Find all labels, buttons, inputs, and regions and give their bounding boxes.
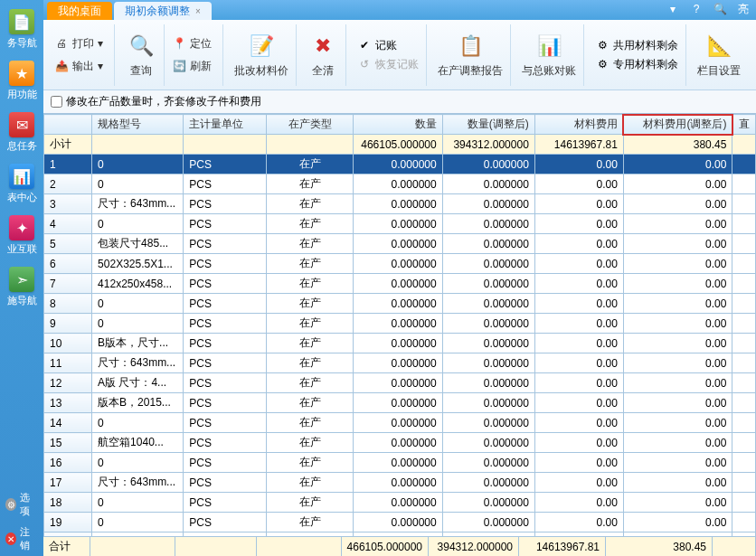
total-compare-button[interactable]: 📊与总账对账 xyxy=(515,24,584,86)
clear-button[interactable]: ✖全清 xyxy=(300,24,346,86)
sidebar-item-2[interactable]: ✉息任务 xyxy=(4,107,40,158)
table-row[interactable]: 12A版 尺寸：4...PCS在产0.0000000.0000000.000.0… xyxy=(44,373,756,393)
sidebar-icon: ★ xyxy=(9,61,34,86)
table-row[interactable]: 13版本B，2015...PCS在产0.0000000.0000000.000.… xyxy=(44,393,756,413)
help-icon[interactable]: ? xyxy=(689,2,704,16)
sidebar-logout[interactable]: ✕注销 xyxy=(0,522,43,556)
modify-qty-label: 修改在产品数量时，齐套修改子件和费用 xyxy=(66,94,261,109)
sidebar-options[interactable]: ⚙选项 xyxy=(0,487,43,522)
sidebar-icon: ➣ xyxy=(9,267,34,292)
shared-icon: ⚙ xyxy=(595,38,610,52)
footer-total: 合计 466105.000000 394312.000000 14613967.… xyxy=(43,536,756,556)
locate-button[interactable]: 📍定位 xyxy=(168,34,215,53)
sidebar-label: 施导航 xyxy=(7,294,37,307)
table-row[interactable]: 5包装尺寸485...PCS在产0.0000000.0000000.000.00 xyxy=(44,234,756,254)
book-icon: ✔ xyxy=(357,38,372,52)
table-row[interactable]: 40PCS在产0.0000000.0000000.000.00 xyxy=(44,214,756,234)
locate-icon: 📍 xyxy=(172,36,186,51)
shared-material-button[interactable]: ⚙共用材料剩余 xyxy=(595,38,678,53)
table-row[interactable]: 80PCS在产0.0000000.0000000.000.00 xyxy=(44,294,756,314)
restore-icon: ↺ xyxy=(357,57,372,71)
table-row[interactable]: 11尺寸：643mm...PCS在产0.0000000.0000000.000.… xyxy=(44,353,756,373)
refresh-icon: 🔄 xyxy=(172,59,186,73)
table-row[interactable]: 10B版本，尺寸...PCS在产0.0000000.0000000.000.00 xyxy=(44,334,756,353)
dropdown-icon[interactable]: ▾ xyxy=(666,2,680,16)
batch-price-button[interactable]: 📝批改材料价 xyxy=(227,24,297,86)
sidebar-icon: 📊 xyxy=(9,164,34,189)
sidebar-icon: 📄 xyxy=(9,9,34,34)
report-adjust-button[interactable]: 📋在产调整报告 xyxy=(430,24,511,86)
col-index[interactable] xyxy=(44,115,92,135)
table-row[interactable]: 6502X325.5X1...PCS在产0.0000000.0000000.00… xyxy=(44,254,756,274)
sidebar-label: 息任务 xyxy=(7,139,37,153)
column-icon: 📐 xyxy=(704,31,734,61)
tab-desktop[interactable]: 我的桌面 xyxy=(47,2,112,20)
col-mat[interactable]: 材料费用 xyxy=(534,115,623,135)
compare-icon: 📊 xyxy=(534,31,564,61)
batch-icon: 📝 xyxy=(246,31,277,61)
table-row[interactable]: 190PCS在产0.0000000.0000000.000.00 xyxy=(44,513,756,532)
print-button[interactable]: 🖨打印 ▾ xyxy=(51,34,107,53)
option-row: 修改在产品数量时，齐套修改子件和费用 xyxy=(43,90,756,113)
table-row[interactable]: 15航空箱1040...PCS在产0.0000000.0000000.000.0… xyxy=(44,433,756,453)
more-icon[interactable]: 亮 xyxy=(736,2,751,16)
refresh-button[interactable]: 🔄刷新 xyxy=(168,57,215,76)
col-qty[interactable]: 数量 xyxy=(354,115,442,135)
sidebar-label: 务导航 xyxy=(7,36,37,50)
data-grid[interactable]: 规格型号 主计量单位 在产类型 数量 数量(调整后) 材料费用 材料费用(调整后… xyxy=(43,113,756,536)
search-icon[interactable]: 🔍 xyxy=(713,2,727,16)
header-row: 规格型号 主计量单位 在产类型 数量 数量(调整后) 材料费用 材料费用(调整后… xyxy=(44,115,756,135)
restore-button[interactable]: ↺恢复记账 xyxy=(357,57,419,72)
col-type[interactable]: 在产类型 xyxy=(267,115,354,135)
sidebar-icon: ✉ xyxy=(9,112,34,137)
print-icon: 🖨 xyxy=(54,36,69,51)
table-row[interactable]: 140PCS在产0.0000000.0000000.000.00 xyxy=(44,413,756,433)
tab-active-label: 期初余额调整 xyxy=(125,4,190,19)
book-button[interactable]: ✔记账 xyxy=(357,38,419,53)
table-row[interactable]: 17尺寸：643mm...PCS在产0.0000000.0000000.000.… xyxy=(44,473,756,493)
titlebar: 我的桌面 期初余额调整 × ▾ ? 🔍 亮 xyxy=(43,0,756,20)
dedicated-material-button[interactable]: ⚙专用材料剩余 xyxy=(595,57,678,72)
sidebar-item-3[interactable]: 📊表中心 xyxy=(4,158,40,210)
col-unit[interactable]: 主计量单位 xyxy=(184,115,267,135)
table-row[interactable]: 180PCS在产0.0000000.0000000.000.00 xyxy=(44,493,756,513)
table-row[interactable]: 160PCS在产0.0000000.0000000.000.00 xyxy=(44,453,756,473)
tab-balance-adjust[interactable]: 期初余额调整 × xyxy=(114,2,212,20)
table-row[interactable]: 3尺寸：643mm...PCS在产0.0000000.0000000.000.0… xyxy=(44,194,756,214)
table-row[interactable]: 10PCS在产0.0000000.0000000.000.00 xyxy=(44,155,756,174)
dedicated-icon: ⚙ xyxy=(595,57,610,71)
export-icon: 📤 xyxy=(54,59,69,73)
sidebar-item-5[interactable]: ➣施导航 xyxy=(4,261,40,313)
sidebar-label: 用功能 xyxy=(7,88,37,101)
query-icon: 🔍 xyxy=(126,31,156,61)
query-button[interactable]: 🔍查询 xyxy=(118,24,165,86)
table-row[interactable]: 90PCS在产0.0000000.0000000.000.00 xyxy=(44,314,756,334)
col-mat-adj[interactable]: 材料费用(调整后) xyxy=(623,115,732,135)
report-icon: 📋 xyxy=(455,31,486,61)
ribbon: 🖨打印 ▾ 📤输出 ▾ 🔍查询 📍定位 🔄刷新 📝批改材料价 ✖全清 ✔记账 ↺… xyxy=(43,20,756,90)
col-qty-adj[interactable]: 数量(调整后) xyxy=(442,115,534,135)
export-button[interactable]: 📤输出 ▾ xyxy=(51,57,107,76)
sidebar-item-1[interactable]: ★用功能 xyxy=(4,55,40,107)
sidebar-item-0[interactable]: 📄务导航 xyxy=(4,4,40,55)
sidebar-item-4[interactable]: ✦业互联 xyxy=(4,210,40,261)
tab-close-icon[interactable]: × xyxy=(195,6,201,16)
clear-icon: ✖ xyxy=(307,31,338,61)
sidebar-label: 业互联 xyxy=(7,242,37,256)
subtotal-row: 小计 466105.000000 394312.000000 14613967.… xyxy=(44,135,756,155)
sidebar-label: 表中心 xyxy=(7,191,37,204)
table-row[interactable]: 20PCS在产0.0000000.0000000.000.00 xyxy=(44,174,756,194)
sidebar-icon: ✦ xyxy=(9,215,34,240)
table-row[interactable]: 7412x250x458...PCS在产0.0000000.0000000.00… xyxy=(44,274,756,294)
modify-qty-checkbox[interactable] xyxy=(51,96,62,108)
column-set-button[interactable]: 📐栏目设置 xyxy=(690,24,748,86)
col-spec[interactable]: 规格型号 xyxy=(92,115,184,135)
left-sidebar: 📄务导航★用功能✉息任务📊表中心✦业互联➣施导航 ⚙选项 ✕注销 xyxy=(0,0,43,556)
col-direct[interactable]: 直 xyxy=(732,115,756,135)
